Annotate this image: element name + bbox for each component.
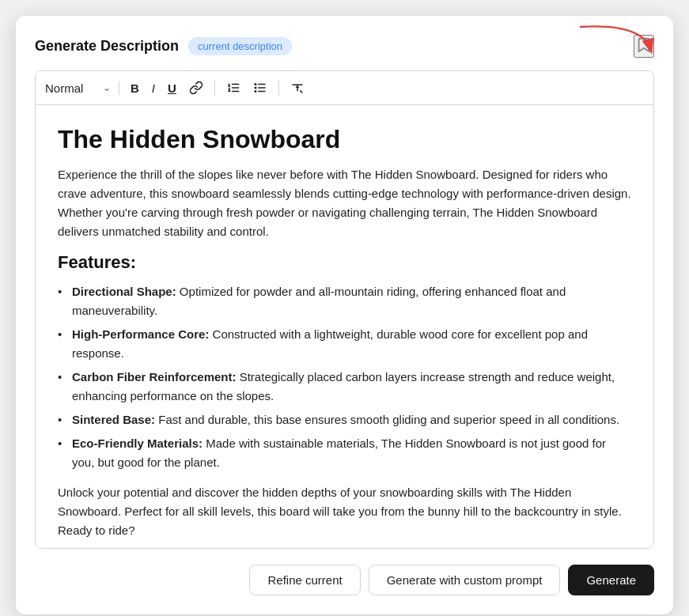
- unordered-list-button[interactable]: [248, 77, 272, 98]
- generate-description-modal: Generate Description current description…: [16, 16, 673, 614]
- svg-point-7: [255, 87, 256, 89]
- ordered-list-button[interactable]: [221, 77, 245, 98]
- modal-footer: Refine current Generate with custom prom…: [35, 565, 654, 595]
- current-description-badge: current description: [188, 37, 292, 55]
- toolbar-divider-2: [278, 80, 279, 96]
- modal-header: Generate Description current description: [35, 35, 654, 58]
- editor-toolbar: Normal Heading 1 Heading 2 Heading 3 ⌄ B…: [36, 71, 653, 105]
- bookmark-button[interactable]: [634, 35, 654, 58]
- list-item: Sintered Base: Fast and durable, this ba…: [58, 410, 631, 429]
- features-heading: Features:: [58, 252, 631, 273]
- svg-point-8: [255, 91, 256, 93]
- underline-button[interactable]: U: [163, 78, 181, 98]
- refine-current-button[interactable]: Refine current: [249, 565, 360, 595]
- modal-title: Generate Description: [35, 38, 179, 55]
- format-select-chevron-icon: ⌄: [103, 82, 111, 93]
- list-item: Eco-Friendly Materials: Made with sustai…: [58, 434, 631, 472]
- generate-custom-prompt-button[interactable]: Generate with custom prompt: [369, 565, 561, 595]
- svg-point-6: [255, 84, 256, 85]
- content-outro: Unlock your potential and discover the h…: [58, 483, 631, 540]
- clear-format-button[interactable]: [286, 77, 309, 98]
- link-button[interactable]: [184, 77, 208, 98]
- bold-button[interactable]: B: [126, 78, 144, 98]
- svg-line-12: [301, 91, 302, 93]
- content-heading: The Hidden Snowboard: [58, 124, 631, 154]
- generate-button[interactable]: Generate: [568, 565, 654, 595]
- format-select[interactable]: Normal Heading 1 Heading 2 Heading 3: [45, 81, 100, 95]
- italic-button[interactable]: I: [147, 78, 160, 98]
- list-item: Carbon Fiber Reinforcement: Strategicall…: [58, 368, 631, 406]
- content-intro: Experience the thrill of the slopes like…: [58, 165, 631, 241]
- editor-content[interactable]: The Hidden Snowboard Experience the thri…: [36, 105, 653, 548]
- format-select-wrap[interactable]: Normal Heading 1 Heading 2 Heading 3 ⌄: [45, 81, 119, 95]
- toolbar-divider: [214, 80, 215, 96]
- features-list: Directional Shape: Optimized for powder …: [58, 282, 631, 472]
- list-item: Directional Shape: Optimized for powder …: [58, 282, 631, 320]
- editor-wrapper: Normal Heading 1 Heading 2 Heading 3 ⌄ B…: [35, 70, 654, 549]
- list-item: High-Performance Core: Constructed with …: [58, 325, 631, 363]
